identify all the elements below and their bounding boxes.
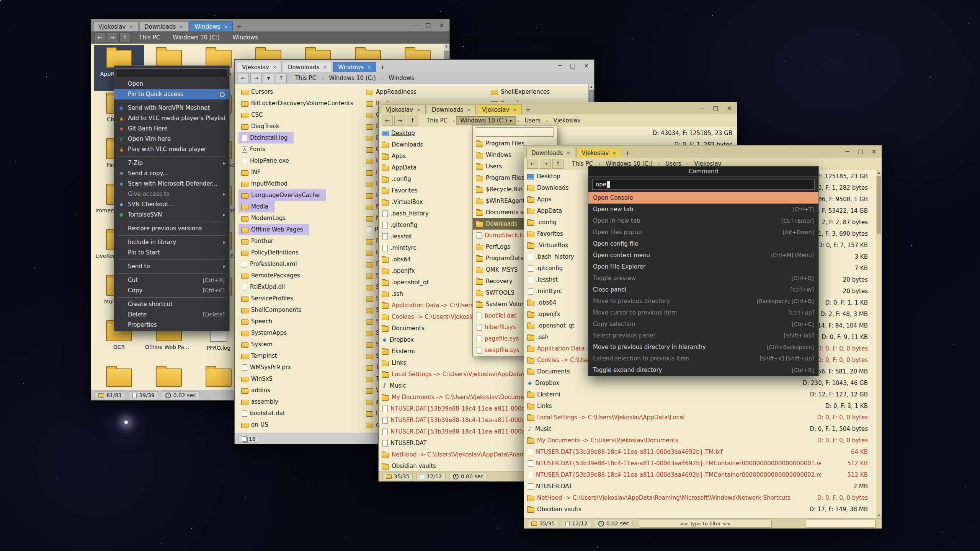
context-menu-item-give-access-to[interactable]: Give access to▸ xyxy=(114,189,229,199)
caret-button[interactable]: ▾ xyxy=(263,73,274,83)
command-item-open-files-popup[interactable]: Open files popup[Alt+Down] xyxy=(588,227,818,238)
file-row-languageoverlaycache[interactable]: LanguageOverlayCache xyxy=(238,189,326,201)
context-menu-item-pin-to-quick-access[interactable]: Pin to Quick access xyxy=(114,89,229,99)
file-row-assembly[interactable]: assembly xyxy=(238,396,362,408)
tab-close-icon[interactable]: × xyxy=(566,150,570,156)
context-menu-item-cut[interactable]: Cut[Ctrl+X] xyxy=(114,275,229,285)
file-row-speech[interactable]: Speech xyxy=(238,316,362,327)
status-input[interactable] xyxy=(806,520,875,528)
up-button[interactable]: ↑ xyxy=(407,116,418,126)
file-row-inf[interactable]: INF xyxy=(238,166,362,178)
tab-close-icon[interactable]: × xyxy=(467,107,471,112)
minimize-button[interactable]: ─ xyxy=(701,105,704,112)
command-item-open-context-menu[interactable]: Open context menu[Ctrl+M] [Menu] xyxy=(588,249,818,261)
file-row-cursors[interactable]: Cursors xyxy=(238,86,362,98)
tab-vjekoslav[interactable]: Vjekoslav× xyxy=(381,104,426,114)
file-row-bitlockerdiscoveryvolumecontents[interactable]: BitLockerDiscoveryVolumeContents xyxy=(238,98,362,109)
file-row-media[interactable]: Media xyxy=(238,201,274,212)
grid-item-policydefinitions[interactable]: PolicyDefinitions xyxy=(94,364,144,390)
file-row-local-settings[interactable]: Local Settings -> C:\Users\Vjekoslav\App… xyxy=(524,412,882,423)
filter-box[interactable]: >> Type to filter << xyxy=(639,520,772,528)
file-row-obsidian-vaults[interactable]: Obsidian vaultsD: 17, F: 149, 38 MB xyxy=(524,504,882,515)
file-row-dropbox[interactable]: ◆DropboxD: 230, F: 1043, 46 GB xyxy=(524,377,882,389)
new-tab-button[interactable]: + xyxy=(523,105,533,114)
scroll-down-icon[interactable]: ▼ xyxy=(876,513,881,518)
breadcrumb-item-windows-10-c[interactable]: Windows 10 (C:) xyxy=(169,33,224,42)
context-menu-item-open-vim-here[interactable]: VOpen Vim here xyxy=(114,134,229,144)
tab-close-icon[interactable]: × xyxy=(416,107,421,112)
minimize-button[interactable]: ─ xyxy=(558,62,562,69)
tab-vjekoslav[interactable]: Vjekoslav× xyxy=(577,148,621,158)
tab-close-icon[interactable]: × xyxy=(513,107,517,112)
context-menu-item-create-shortcut[interactable]: Create shortcut xyxy=(114,299,229,310)
command-item-open-in-new-tab[interactable]: Open in new tab[Ctrl+Enter] xyxy=(588,215,818,227)
file-row-policydefinitions[interactable]: PolicyDefinitions xyxy=(238,247,362,258)
command-item-open-new-tab[interactable]: Open new tab[Ctrl+T] xyxy=(588,204,818,215)
command-item-toggle-expand-directory[interactable]: Toggle expand directory[Ctrl+B] xyxy=(588,364,818,376)
close-button[interactable]: × xyxy=(439,22,444,29)
file-row-addins[interactable]: addins xyxy=(238,385,362,396)
tab-windows[interactable]: Windows× xyxy=(189,21,233,31)
file-row-remotepackages[interactable]: RemotePackages xyxy=(238,270,362,281)
maximize-button[interactable]: □ xyxy=(425,22,431,29)
tab-vjekoslav[interactable]: Vjekoslav× xyxy=(237,62,282,72)
context-menu-item-send-a-copy[interactable]: ✉Send a copy... xyxy=(114,168,229,179)
new-tab-button[interactable]: + xyxy=(377,62,387,72)
command-item-copy-selection[interactable]: Copy selection[Ctrl+C] xyxy=(588,318,818,330)
file-row-csc[interactable]: CSC xyxy=(238,109,362,121)
back-button[interactable]: ← xyxy=(527,159,538,169)
forward-button[interactable]: → xyxy=(540,159,551,169)
up-button[interactable]: ↑ xyxy=(119,33,131,42)
tab-vjekoslav[interactable]: Vjekoslav× xyxy=(93,21,138,31)
context-menu-item-send-to[interactable]: Send to▸ xyxy=(114,261,229,272)
command-item-extend-selection-to-previous-item[interactable]: Extend selection to previous item[Shift+… xyxy=(588,353,818,364)
file-row-shellcomponents[interactable]: ShellComponents xyxy=(238,304,362,316)
file-row-shellexperiences[interactable]: ShellExperiences xyxy=(488,86,594,98)
scroll-up-icon[interactable]: ▲ xyxy=(444,44,449,49)
tab-close-icon[interactable]: × xyxy=(129,24,133,29)
close-button[interactable]: × xyxy=(871,148,876,155)
file-row-links[interactable]: LinksD: 0, F: 3, 1 KB xyxy=(524,400,882,412)
breadcrumb-item-this-pc[interactable]: This PC xyxy=(135,33,164,42)
file-row-diagtrack[interactable]: DiagTrack xyxy=(238,121,362,132)
breadcrumb-item-windows-10-c[interactable]: Windows 10 (C:) xyxy=(325,74,380,82)
file-row-ntuser-dat-53b39e88-18c4-11ea-a811-000d3[interactable]: NTUSER.DAT{53b39e88-18c4-11ea-a811-000d3… xyxy=(524,458,882,469)
command-item-close-panel[interactable]: Close panel[Ctrl+W] xyxy=(588,284,818,295)
file-row-ntuser-dat-53b39e88-18c4-11ea-a811-000d3[interactable]: NTUSER.DAT{53b39e88-18c4-11ea-a811-000d3… xyxy=(524,469,882,481)
rename-input[interactable] xyxy=(116,68,227,77)
maximize-button[interactable]: □ xyxy=(858,148,863,155)
file-row-eksterni[interactable]: EksterniD: 12, F: 127, 12 GB xyxy=(524,389,882,400)
grid-item-prefetch[interactable]: Prefetch xyxy=(144,364,194,390)
file-row-rtlexupd-dll[interactable]: RtlExUpd.dll xyxy=(238,281,362,293)
context-menu-item-svn-checkout[interactable]: ◆SVN Checkout... xyxy=(114,199,229,210)
tab-close-icon[interactable]: × xyxy=(179,24,183,29)
context-menu-item-7-zip[interactable]: 7-Zip▸ xyxy=(114,158,229,168)
file-row-ntuser-dat[interactable]: NTUSER.DAT2 MB xyxy=(524,481,882,492)
file-row-my-documents[interactable]: My Documents -> C:\Users\Vjekoslav\Docum… xyxy=(524,435,882,446)
up-button[interactable]: ↑ xyxy=(276,73,287,83)
file-row-fonts[interactable]: AFonts xyxy=(238,143,362,155)
maximize-button[interactable]: □ xyxy=(570,62,575,69)
file-row-nethood[interactable]: NetHood -> C:\Users\Vjekoslav\AppData\Ro… xyxy=(524,492,882,504)
file-row-dtcinstall-log[interactable]: DtcInstall.log xyxy=(238,132,294,143)
command-item-select-previous-panel[interactable]: Select previous panel[Shift+Tab] xyxy=(588,330,818,341)
file-row-helppane-exe[interactable]: HelpPane.exe xyxy=(238,155,362,166)
context-menu-item-properties[interactable]: Properties xyxy=(114,320,229,330)
back-button[interactable]: ← xyxy=(94,33,105,42)
minimize-button[interactable]: ─ xyxy=(413,22,417,29)
tab-downloads[interactable]: Downloads× xyxy=(526,148,575,158)
file-row-music[interactable]: ♪MusicD: 0, F: 1, 504 bytes xyxy=(524,423,882,435)
command-item-open-config-file[interactable]: Open config file xyxy=(588,238,818,249)
file-row-modemlogs[interactable]: ModemLogs xyxy=(238,212,362,224)
breadcrumb-item-vjekoslav[interactable]: Vjekoslav xyxy=(549,116,584,125)
command-item-toggle-preview[interactable]: Toggle preview[Ctrl+Q] xyxy=(588,272,818,284)
command-item-move-cursor-to-previous-item[interactable]: Move cursor to previous item[Ctrl+Up] xyxy=(588,307,818,318)
file-row-system[interactable]: System xyxy=(238,339,362,350)
palette-input[interactable]: ope xyxy=(592,179,815,190)
scrollbar[interactable]: ▲ ▼ xyxy=(876,170,882,518)
tab-windows[interactable]: Windows× xyxy=(333,62,376,72)
context-menu-item-send-with-nordvpn-meshnet[interactable]: ●Send with NordVPN Meshnet xyxy=(114,103,229,113)
file-row-wmsyspr9-prx[interactable]: WMSysPr9.prx xyxy=(238,362,362,373)
context-menu-item-scan-with-microsoft-defender[interactable]: ◆Scan with Microsoft Defender... xyxy=(114,179,229,189)
tab-close-icon[interactable]: × xyxy=(367,64,371,70)
